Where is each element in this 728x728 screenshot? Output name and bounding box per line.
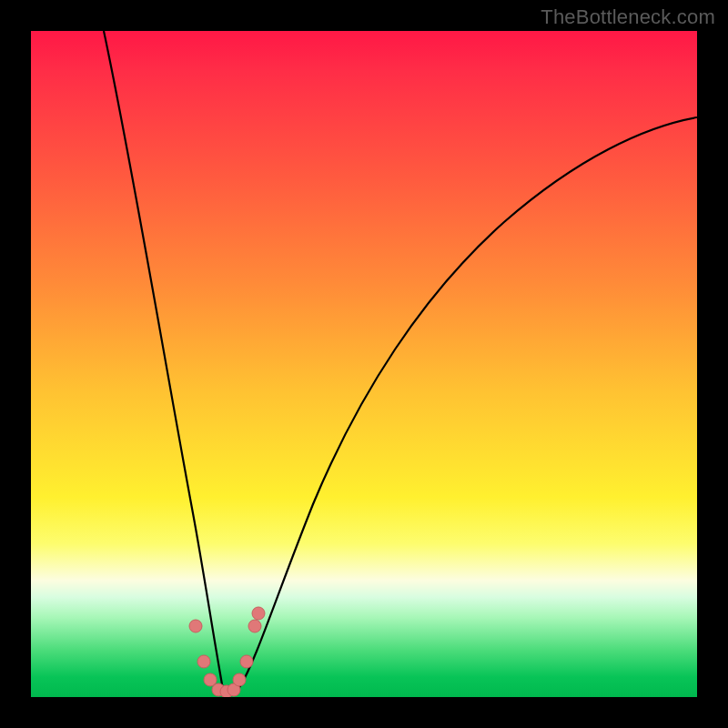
marker-group — [189, 607, 265, 697]
data-marker — [248, 620, 261, 632]
curve-left — [104, 31, 228, 692]
data-marker — [233, 673, 246, 686]
data-marker — [189, 620, 202, 632]
plot-area — [31, 31, 697, 697]
watermark-text: TheBottleneck.com — [541, 5, 715, 29]
chart-svg — [31, 31, 697, 697]
curve-right — [228, 117, 697, 692]
data-marker — [197, 655, 210, 668]
data-marker — [252, 607, 265, 620]
data-marker — [240, 655, 253, 668]
chart-frame: TheBottleneck.com — [0, 0, 728, 728]
